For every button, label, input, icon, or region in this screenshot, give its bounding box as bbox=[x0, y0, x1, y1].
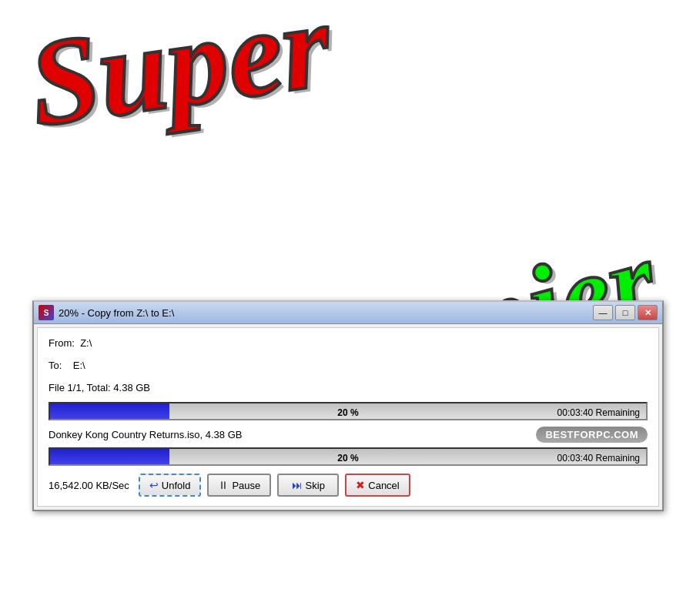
unfold-label: Unfold bbox=[162, 480, 191, 491]
bottom-row: 16,542.00 KB/Sec Unfold Pause Skip Cance… bbox=[49, 474, 648, 497]
progress-label-2: 20 % bbox=[337, 449, 358, 467]
skip-icon bbox=[292, 479, 303, 491]
app-title-super: Super bbox=[22, 0, 338, 146]
skip-button[interactable]: Skip bbox=[277, 474, 339, 497]
unfold-button[interactable]: Unfold bbox=[139, 474, 202, 497]
cancel-label: Cancel bbox=[368, 480, 399, 491]
cancel-button[interactable]: Cancel bbox=[345, 474, 410, 497]
close-button[interactable]: ✕ bbox=[638, 305, 658, 320]
to-line: To: E:\ bbox=[49, 358, 648, 374]
title-bar: S 20% - Copy from Z:\ to E:\ — □ ✕ bbox=[34, 302, 662, 324]
progress-fill-1 bbox=[50, 403, 169, 419]
progress-remaining-1: 00:03:40 Remaining bbox=[557, 403, 640, 422]
progress-fill-2 bbox=[50, 449, 169, 464]
skip-label: Skip bbox=[306, 480, 325, 491]
file-name: Donkey Kong Country Returns.iso, 4.38 GB bbox=[49, 429, 242, 440]
pause-icon bbox=[218, 479, 229, 491]
progress-bar-2: 20 % 00:03:40 Remaining bbox=[49, 447, 648, 466]
file-info-line: File 1/1, Total: 4.38 GB bbox=[49, 380, 648, 397]
unfold-icon bbox=[149, 479, 159, 491]
dialog-window: S 20% - Copy from Z:\ to E:\ — □ ✕ From:… bbox=[32, 300, 664, 511]
restore-button[interactable]: □ bbox=[615, 305, 635, 320]
progress-remaining-2: 00:03:40 Remaining bbox=[557, 449, 640, 467]
dialog-body: From: Z:\ To: E:\ File 1/1, Total: 4.38 … bbox=[37, 327, 659, 507]
dialog-title: 20% - Copy from Z:\ to E:\ bbox=[59, 307, 588, 319]
watermark-badge: BESTFORPC.COM bbox=[536, 427, 648, 443]
speed-display: 16,542.00 KB/Sec bbox=[49, 480, 129, 491]
progress-bar-1: 20 % 00:03:40 Remaining bbox=[49, 402, 648, 420]
file-info-row: Donkey Kong Country Returns.iso, 4.38 GB… bbox=[49, 427, 648, 443]
progress-label-1: 20 % bbox=[337, 403, 358, 422]
pause-label: Pause bbox=[232, 480, 260, 491]
app-icon: S bbox=[38, 305, 54, 320]
window-controls: — □ ✕ bbox=[593, 305, 658, 320]
from-line: From: Z:\ bbox=[49, 336, 648, 352]
minimize-button[interactable]: — bbox=[593, 305, 613, 320]
pause-button[interactable]: Pause bbox=[207, 474, 271, 497]
cancel-icon bbox=[356, 479, 365, 491]
